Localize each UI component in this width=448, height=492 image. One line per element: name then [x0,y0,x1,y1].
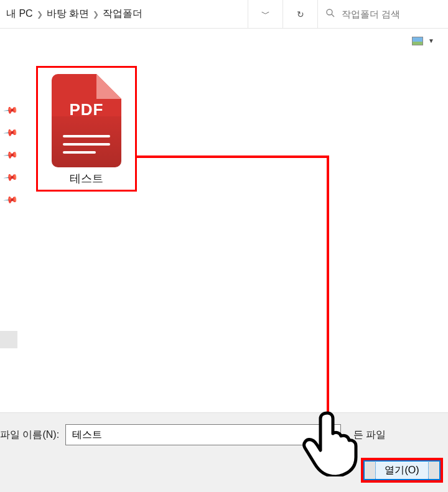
pdf-badge-text: PDF [52,100,121,119]
breadcrumb-part[interactable]: 내 PC [6,7,33,21]
pin-icon: 📌 [2,102,19,118]
svg-line-1 [332,14,334,17]
file-type-filter-label: 든 파일 [353,429,386,442]
pin-icon: 📌 [2,192,19,208]
quick-access-sidebar: 📌 📌 📌 📌 📌 [0,53,21,412]
image-thumb-icon [412,37,423,45]
caret-down-icon: ▼ [428,37,434,44]
view-toolbar: ▼ [0,29,448,53]
filename-row: 파일 이름(N): 든 파일 [0,413,448,445]
annotation-line [327,155,329,454]
address-toolbar: 내 PC ❯ 바탕 화면 ❯ 작업폴더 ﹀ ↻ [0,0,448,29]
breadcrumb-part[interactable]: 바탕 화면 [47,7,89,21]
pin-icon: 📌 [2,147,19,163]
sidebar-selection-highlight [0,331,17,348]
search-input[interactable] [342,9,441,19]
filename-label: 파일 이름(N): [0,429,59,442]
search-icon [325,8,335,20]
open-dialog-footer: 파일 이름(N): 든 파일 열기(O) [0,412,448,492]
refresh-button[interactable]: ↻ [282,0,317,28]
filename-input[interactable] [65,424,341,445]
pin-icon: 📌 [2,169,19,185]
refresh-icon: ↻ [297,9,304,19]
view-mode-button[interactable]: ▼ [412,37,434,45]
file-type-filter[interactable]: 든 파일 [347,424,443,445]
pdf-file-icon: PDF [52,74,121,167]
chevron-down-icon: ﹀ [261,9,270,20]
file-browser-main: 📌 📌 📌 📌 📌 PDF 테스트 [0,53,448,412]
open-button-label: 열기(O) [375,461,428,480]
open-button[interactable]: 열기(O) [361,458,443,483]
chevron-right-icon: ❯ [93,10,99,19]
annotation-line [136,155,329,158]
file-list-area[interactable]: PDF 테스트 [21,53,448,412]
file-name-label: 테스트 [38,171,135,186]
breadcrumb-history-button[interactable]: ﹀ [248,0,282,28]
pin-icon: 📌 [2,124,19,141]
file-item-pdf[interactable]: PDF 테스트 [36,66,137,192]
breadcrumb-part[interactable]: 작업폴더 [103,7,142,21]
dialog-buttons: 열기(O) [0,445,448,483]
search-box[interactable] [317,0,448,28]
breadcrumb[interactable]: 내 PC ❯ 바탕 화면 ❯ 작업폴더 [0,0,248,28]
svg-point-0 [327,9,332,15]
chevron-right-icon: ❯ [37,10,43,19]
